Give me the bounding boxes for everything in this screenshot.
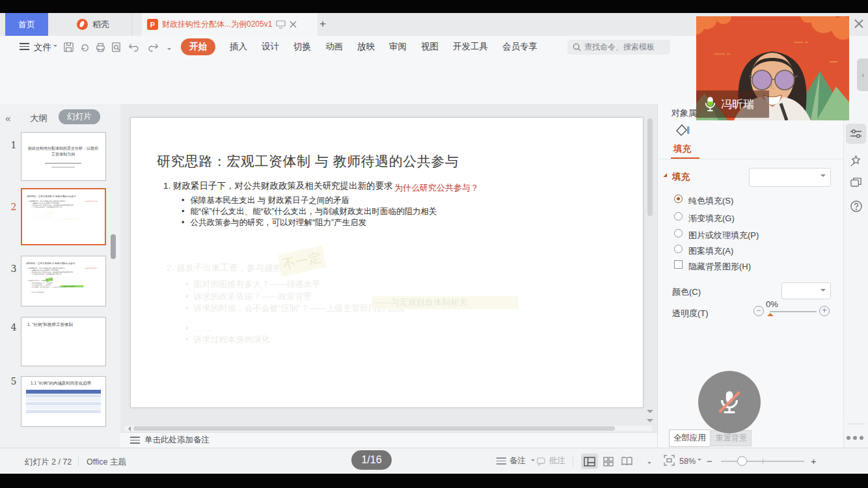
redo-icon[interactable]	[148, 41, 161, 53]
fill-bucket-icon	[674, 122, 691, 141]
collapse-toolbar-tab[interactable]: ›	[857, 59, 868, 91]
bottom-black-bar	[0, 474, 868, 488]
apply-all-label: 全部应用	[673, 433, 706, 444]
radio-picture-label: 图片或纹理填充(P)	[688, 230, 759, 240]
new-tab-button[interactable]: +	[316, 18, 329, 31]
thumbnail-scrollbar[interactable]	[111, 234, 116, 259]
slide-thumbnail-4[interactable]: 1. “社钩”和教师工资体制	[21, 317, 106, 366]
ribbon-tab-home[interactable]: 开始	[181, 38, 215, 55]
radio-icon	[674, 229, 683, 237]
zoom-slider-handle[interactable]	[737, 456, 747, 466]
tab-slides[interactable]: 幻灯片	[59, 109, 100, 124]
slide-number: 3	[9, 264, 18, 274]
tab-docer[interactable]: 稻壳	[55, 13, 132, 36]
file-menu[interactable]: 文件	[34, 42, 57, 53]
undo-icon[interactable]	[126, 41, 139, 53]
tab-outline[interactable]: 大纲	[30, 113, 47, 124]
microphone-muted-button[interactable]	[698, 371, 761, 433]
tab-home-label: 首页	[18, 19, 35, 31]
notes-bar[interactable]: 单击此处添加备注	[120, 432, 657, 448]
previous-slide-caret[interactable]	[647, 410, 653, 416]
vertical-scrollbar[interactable]	[647, 118, 653, 216]
ribbon-tab-member[interactable]: 会员专享	[502, 41, 537, 53]
ribbon-tab-transition[interactable]: 切换	[293, 41, 311, 53]
horizontal-scrollbar[interactable]	[133, 426, 615, 431]
tab-document[interactable]: P 财政挂钩性分配体...为例0205v1	[142, 13, 318, 36]
duplicate-slide-icon[interactable]	[849, 176, 863, 192]
hamburger-icon[interactable]	[20, 43, 29, 50]
search-icon	[573, 43, 581, 51]
reading-view-button[interactable]	[618, 454, 635, 469]
radio-pattern-fill[interactable]: 图案填充(A)	[674, 245, 733, 257]
search-input[interactable]: 查找命令、搜索模板	[567, 40, 670, 55]
slide-thumbnail-3[interactable]: 研究思路：宏观工资体制 与 教师待遇的公共参与 1. 财政紧日子下，对公共财政政…	[21, 256, 106, 306]
color-dropdown[interactable]	[781, 282, 831, 299]
slide-number: 1	[9, 140, 18, 150]
normal-view-button[interactable]	[581, 454, 598, 469]
ribbon-tab-insert[interactable]: 插入	[230, 41, 247, 53]
webcam-video[interactable]: 冯昕瑞	[696, 16, 849, 120]
thumb1-subline	[45, 163, 81, 164]
properties-sliders-icon[interactable]	[850, 128, 862, 142]
radio-picture-fill[interactable]: 图片或纹理填充(P)	[674, 229, 759, 241]
thumb2-mini-slide: 研究思路：宏观工资体制 与 教师待遇的公共参与 1. 财政紧日子下，对公共财政政…	[23, 190, 104, 236]
notes-toggle-button[interactable]: 备注	[496, 455, 535, 467]
help-icon[interactable]	[850, 200, 863, 215]
fill-section-label: 填充	[672, 171, 690, 183]
save-icon[interactable]	[62, 41, 75, 53]
comments-button[interactable]: 批注	[536, 455, 565, 467]
color-label: 颜色(C)	[672, 286, 701, 298]
radio-solid-label: 纯色填充(S)	[688, 196, 733, 206]
output-icon[interactable]	[79, 41, 92, 53]
webcam-mic-icon	[703, 96, 717, 113]
comment-icon	[536, 457, 546, 466]
close-icon[interactable]	[853, 18, 864, 29]
apply-all-button[interactable]: 全部应用	[669, 429, 711, 447]
tab-close-icon[interactable]	[290, 21, 297, 28]
effects-wand-icon[interactable]	[849, 154, 863, 170]
print-preview-icon[interactable]	[110, 41, 122, 53]
radio-solid-fill[interactable]: 纯色填充(S)	[674, 195, 733, 207]
slide-sorter-view-button[interactable]	[600, 454, 617, 469]
search-placeholder: 查找命令、搜索模板	[584, 42, 655, 53]
more-options-icon[interactable]	[847, 436, 863, 440]
transparency-slider-track[interactable]	[770, 311, 817, 312]
tab-home[interactable]: 首页	[5, 13, 48, 36]
zoom-in-button[interactable]: +	[811, 455, 817, 467]
scroll-left-caret[interactable]	[126, 426, 131, 431]
collapse-panel-icon[interactable]: «	[5, 113, 10, 124]
zoom-percent[interactable]: 58%	[679, 457, 701, 466]
file-menu-label: 文件	[34, 42, 51, 52]
fit-slide-icon[interactable]	[664, 455, 675, 468]
ribbon-tab-animation[interactable]: 动画	[325, 41, 343, 53]
transparency-plus-button[interactable]: +	[819, 306, 830, 316]
theme-name[interactable]: Office 主题	[87, 457, 126, 468]
slide-number: 2	[9, 202, 18, 212]
next-slide-caret[interactable]	[647, 419, 653, 426]
transparency-label: 透明度(T)	[672, 308, 709, 319]
toolbar-more-caret[interactable]	[165, 44, 171, 56]
slide-thumbnail-5[interactable]: 1.1 “社钩”的内涵及时间变化趋势	[21, 376, 106, 427]
view-options-caret[interactable]	[645, 458, 651, 470]
ribbon-tab-design[interactable]: 设计	[262, 41, 279, 53]
ribbon-tab-slideshow[interactable]: 放映	[357, 41, 375, 53]
checkbox-hide-background[interactable]: 隐藏背景图形(H)	[674, 260, 751, 273]
print-icon[interactable]	[94, 41, 107, 53]
slide-thumbnail-2-selected[interactable]: 研究思路：宏观工资体制 与 教师待遇的公共参与 1. 财政紧日子下，对公共财政政…	[21, 188, 106, 245]
slide-thumbnail-1[interactable]: 财政挂钩性分配体制的历史分析：以教师工资体制为例	[21, 132, 106, 181]
radio-gradient-fill[interactable]: 渐变填充(G)	[674, 212, 735, 224]
slide-canvas[interactable]: 研究思路：宏观工资体制 与 教师待遇的公共参与 1. 财政紧日子下，对公共财政政…	[130, 117, 644, 408]
zoom-out-button[interactable]: −	[707, 455, 712, 467]
transparency-minus-button[interactable]: −	[753, 306, 764, 316]
notes-placeholder: 单击此处添加备注	[144, 435, 210, 446]
ribbon-tab-view[interactable]: 视图	[421, 41, 439, 53]
fill-color-dropdown[interactable]	[749, 168, 831, 187]
ribbon-tab-devtools[interactable]: 开发工具	[453, 41, 488, 53]
fill-tab[interactable]: 填充	[673, 143, 691, 155]
section-collapse-icon[interactable]	[663, 173, 670, 180]
wps-presentation-window: 首页 稻壳 P 财政挂钩性分配体...为例0205v1 + 文件 开始 插入 设…	[0, 0, 868, 488]
webcam-participant-name: 冯昕瑞	[721, 97, 754, 112]
slide-number: 5	[9, 376, 18, 386]
ribbon-tab-review[interactable]: 审阅	[389, 41, 407, 53]
top-black-bar	[0, 0, 868, 13]
